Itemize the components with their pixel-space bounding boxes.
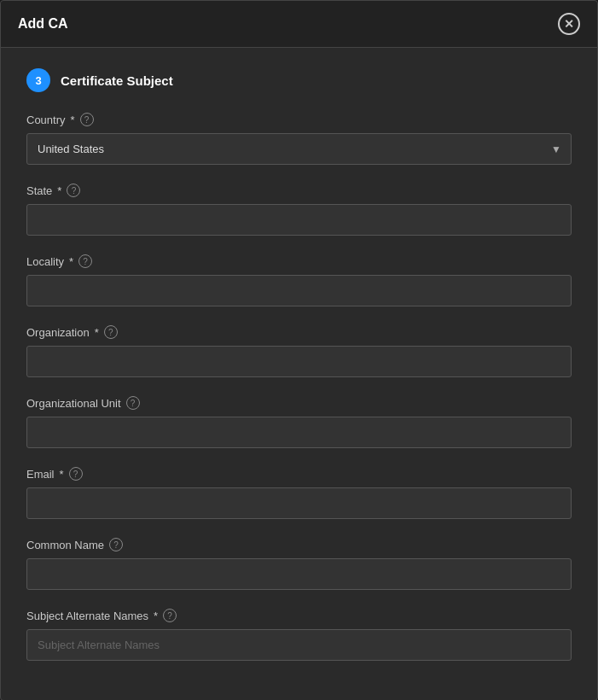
org-unit-input[interactable] (26, 417, 572, 448)
add-ca-modal: Add CA ✕ 3 Certificate Subject Country *… (0, 0, 598, 700)
common-name-help-icon[interactable]: ? (109, 538, 123, 551)
common-name-input[interactable] (26, 558, 572, 590)
organization-field-group: Organization * ? (26, 325, 572, 377)
locality-field-group: Locality * ? (26, 254, 572, 306)
modal-body: 3 Certificate Subject Country * ? United… (1, 48, 597, 700)
organization-input[interactable] (26, 346, 572, 377)
common-name-label: Common Name ? (26, 538, 572, 551)
country-select[interactable]: United States Canada United Kingdom Germ… (26, 133, 572, 165)
common-name-field-group: Common Name ? (26, 538, 572, 590)
state-input[interactable] (26, 204, 572, 236)
organization-label: Organization * ? (26, 325, 572, 339)
org-unit-label: Organizational Unit ? (26, 396, 572, 410)
state-field-group: State * ? (26, 184, 572, 236)
country-select-wrapper: United States Canada United Kingdom Germ… (26, 133, 572, 165)
close-button[interactable]: ✕ (558, 13, 580, 35)
section-header: 3 Certificate Subject (26, 68, 572, 92)
country-label: Country * ? (26, 113, 572, 126)
close-icon: ✕ (564, 18, 574, 30)
san-label: Subject Alternate Names * ? (26, 609, 572, 622)
locality-help-icon[interactable]: ? (78, 254, 92, 268)
country-field-group: Country * ? United States Canada United … (26, 113, 572, 165)
email-label: Email * ? (26, 467, 572, 481)
org-unit-help-icon[interactable]: ? (126, 396, 140, 410)
email-field-group: Email * ? (26, 467, 572, 519)
organization-help-icon[interactable]: ? (104, 325, 118, 339)
org-unit-field-group: Organizational Unit ? (26, 396, 572, 448)
section-title: Certificate Subject (61, 73, 173, 88)
step-badge: 3 (26, 68, 50, 92)
modal-header: Add CA ✕ (1, 1, 597, 48)
country-help-icon[interactable]: ? (80, 113, 94, 126)
email-help-icon[interactable]: ? (69, 467, 83, 481)
state-help-icon[interactable]: ? (67, 184, 80, 197)
email-input[interactable] (26, 487, 572, 519)
san-input[interactable] (26, 629, 572, 661)
locality-input[interactable] (26, 275, 572, 306)
modal-title: Add CA (18, 16, 68, 32)
san-field-group: Subject Alternate Names * ? (26, 609, 572, 661)
state-label: State * ? (26, 184, 572, 197)
locality-label: Locality * ? (26, 254, 572, 268)
san-help-icon[interactable]: ? (163, 609, 177, 622)
